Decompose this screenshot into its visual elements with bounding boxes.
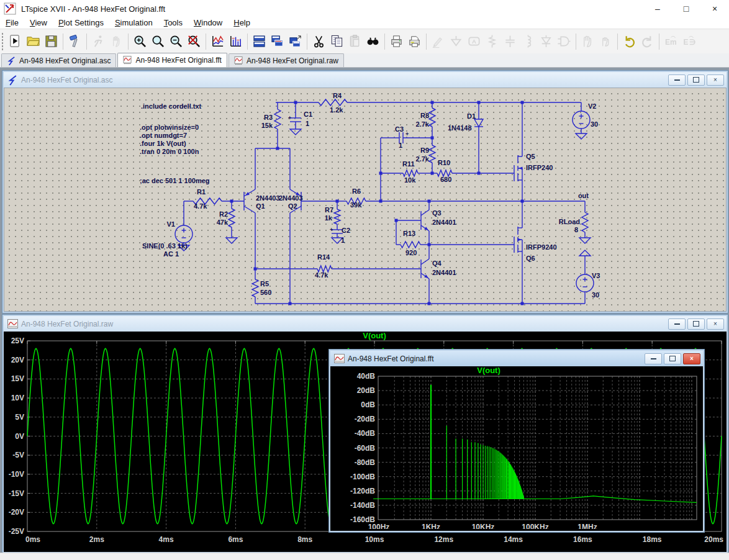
net-label-button[interactable]: A [465,32,483,51]
halt-button[interactable] [89,32,107,51]
menu-help[interactable]: Help [228,17,256,29]
print-preview-icon [407,34,422,48]
fft-y-tick: -20dB [355,415,376,423]
wire-button[interactable] [429,32,447,51]
schematic-window-titlebar[interactable]: An-948 HexFet Original.asc × [4,72,727,88]
raw-x-tick: 18ms [643,535,662,544]
menu-view[interactable]: View [24,17,53,29]
tile-horizontal-icon [252,34,266,48]
control-panel-button[interactable] [66,32,84,51]
toolbar-separator [247,34,248,50]
schematic-label: 1.2k [330,106,343,114]
app-maximize-button[interactable]: □ [672,0,700,17]
app-close-button[interactable]: × [700,0,729,17]
raw-x-tick: 6ms [228,535,243,544]
text-button[interactable]: Em [662,32,680,51]
find-button[interactable] [364,32,382,51]
fft-plot-area[interactable]: 40dB20dB0dB-20dB-40dB-60dB-80dB-100dB-12… [330,366,703,531]
zoom-window-button[interactable] [149,32,167,51]
schematic-label: V1 [167,220,175,228]
save-button[interactable] [42,32,60,51]
zoom-in-button[interactable] [131,32,149,51]
run-button[interactable] [6,32,24,51]
plot-settings-button[interactable] [227,32,245,51]
cut-button[interactable] [310,32,328,51]
edit-button[interactable]: E∋ [680,32,698,51]
tab-Original.raw[interactable]: An-948 HexFet Original.raw [229,53,344,67]
waveform-minimize-button[interactable] [668,318,686,330]
open-button[interactable] [24,32,42,51]
print-preview-button[interactable] [405,32,423,51]
redo-button[interactable] [638,32,656,51]
schematic-label: 8 [574,226,578,233]
menu-simulation[interactable]: Simulation [109,17,158,29]
tile-vertical-button[interactable] [268,32,286,51]
tab-Original.fft[interactable]: An-948 HexFet Original.fft [117,53,227,67]
schematic-close-button[interactable]: × [707,75,724,86]
raw-x-tick: 14ms [504,535,523,544]
schematic-label: R3 [264,114,273,121]
fft-minimize-button[interactable] [645,353,662,364]
schematic-restore-button[interactable] [687,75,705,86]
copy-icon [330,34,344,48]
zoom-out-icon [169,34,183,48]
menu-plot-settings[interactable]: Plot Settings [53,17,109,29]
schematic-label: ;ac dec 501 1 100meg [140,177,210,184]
app-icon [4,2,16,15]
schematic-label: 920 [405,249,417,256]
schematic-canvas[interactable]: .include cordell.txt.opt plotwinsize=0.o… [4,88,727,312]
tab-Original.asc[interactable]: An-948 HexFet Original.asc [1,53,116,67]
open-icon [26,34,40,48]
pause-button[interactable] [107,32,125,51]
raw-y-tick: -20V [9,508,24,517]
app-title-bar[interactable]: LTspice XVII - An-948 HexFet Original.ff… [0,0,729,18]
find-icon [366,34,380,48]
component-icon [557,34,571,48]
print-button[interactable] [387,32,405,51]
ground-button[interactable] [447,32,465,51]
zoom-fit-button[interactable] [185,32,203,51]
copy-button[interactable] [328,32,346,51]
cascade-icon [288,34,302,48]
diode-button[interactable] [537,32,555,51]
schematic-label: Q5 [526,153,535,160]
raw-y-tick: 0V [15,432,24,441]
fft-close-button[interactable]: × [683,353,700,364]
undo-button[interactable] [620,32,638,51]
zoom-in-icon [133,34,147,48]
autorange-button[interactable] [209,32,227,51]
menu-tools[interactable]: Tools [158,17,188,29]
toolbar-drag-handle[interactable] [1,32,4,51]
schematic-label: R7 [325,206,333,214]
raw-x-tick: 0ms [25,535,40,544]
fft-x-tick: 100KHz [522,523,548,529]
paste-button[interactable] [346,32,364,51]
fft-plot-svg: 40dB20dB0dB-20dB-40dB-60dB-80dB-100dB-12… [330,366,701,529]
zoom-out-button[interactable] [167,32,185,51]
waveform-restore-button[interactable] [687,318,705,330]
tile-horizontal-button[interactable] [250,32,268,51]
control-panel-icon [68,34,82,48]
schematic-label: SINE(0 .63 1k) [142,242,188,250]
raw-y-tick: 15V [11,374,24,383]
schematic-label: R4 [333,92,342,99]
fft-window-titlebar[interactable]: An-948 HexFet Original.fft × [330,351,703,366]
fft-restore-button[interactable] [664,353,681,364]
app-minimize-button[interactable]: – [643,0,672,17]
menu-window[interactable]: Window [188,17,228,29]
capacitor-button[interactable] [501,32,519,51]
waveform-window-titlebar[interactable]: An-948 HexFet Original.raw × [4,316,727,332]
schematic-minimize-button[interactable] [668,75,686,86]
drag-button[interactable] [597,32,615,51]
move-button[interactable] [579,32,597,51]
schematic-label: 2N4403 [256,194,280,202]
waveform-close-button[interactable]: × [707,318,724,330]
component-button[interactable] [555,32,573,51]
cut-icon [312,34,326,48]
resistor-icon [485,34,499,48]
inductor-button[interactable] [519,32,537,51]
cascade-button[interactable] [286,32,304,51]
schematic-label: R13 [403,230,415,237]
resistor-button[interactable] [483,32,501,51]
menu-file[interactable]: File [0,17,24,29]
